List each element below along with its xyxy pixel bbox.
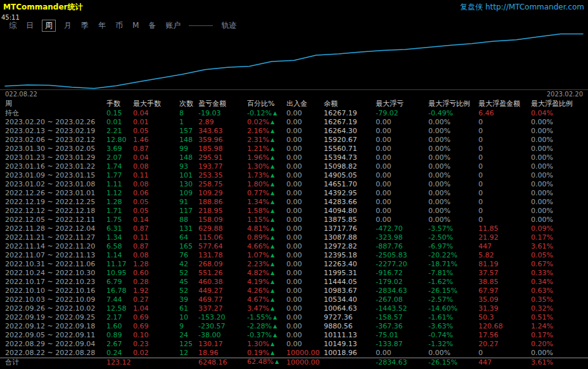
table-row[interactable]: 2023.02.20 ~ 2023.02.260.010.0112.890.02… [0,118,588,127]
cell-pl: -38.00 [198,331,247,340]
menu-tab-备[interactable]: 备 [147,20,157,31]
table-row[interactable]: 2022.09.19 ~ 2022.09.252.170.6910-153.20… [0,313,588,322]
table-row[interactable]: 2022.09.12 ~ 2022.09.181.600.699-230.57-… [0,322,588,331]
menu-tab-日[interactable]: 日 [25,20,35,31]
cell-in-out: 0.00 [286,260,324,269]
menu-tab-M[interactable]: M [131,21,140,30]
cell-lots: 16.78 [106,287,133,295]
table-row[interactable]: 2022.12.05 ~ 2022.12.111.750.1488158.091… [0,216,588,224]
table-row[interactable]: 2022.10.31 ~ 2022.11.0611.171.2842268.09… [0,260,588,269]
cell-max-lots: 0.60 [133,269,179,278]
cell-pct: 1.73%▲ [247,171,286,181]
cell-lots: 0.15 [106,109,133,118]
table-row[interactable]: 2022.10.10 ~ 2022.10.1616.781.9252449.27… [0,287,588,295]
menu-tab-币[interactable]: 币 [114,20,124,31]
col-header-lots[interactable]: 手数 [106,99,133,109]
table-row[interactable]: 持仓0.150.048-19.03-0.12%▲0.0016267.19-79.… [0,109,588,118]
pct-up-mark-icon: ▲ [271,217,274,223]
cell-count: 125 [179,340,198,349]
cell-max-float-profit: 5.82 [478,251,531,260]
cell-max-lots: 0.04 [133,153,179,162]
cell-count: 64 [179,233,198,242]
cell-max-float-profit-ratio: 0.00% [531,216,588,224]
menu-tab-年[interactable]: 年 [97,20,107,31]
cell-count: 52 [179,287,198,295]
col-header-period[interactable]: 周 [5,99,106,109]
cell-period: 2023.02.20 ~ 2023.02.26 [5,118,106,127]
equity-chart-svg [0,31,588,90]
table-row[interactable]: 2023.01.30 ~ 2023.02.053.690.8799185.981… [0,145,588,153]
cell-in-out: 0.00 [286,153,324,162]
table-row[interactable]: 2022.09.26 ~ 2022.10.0212.581.0461337.27… [0,304,588,313]
table-row[interactable]: 2023.01.16 ~ 2023.01.221.740.0893193.771… [0,162,588,171]
cell-max-float-loss: -916.72 [376,269,428,278]
menu-tab-月[interactable]: 月 [63,20,73,31]
cell-pct: 4.26%▲ [247,287,286,296]
cell-period: 2022.11.07 ~ 2022.11.13 [5,251,106,260]
menu-tab-轨迹[interactable]: 轨迹 [220,20,238,31]
table-row[interactable]: 2023.01.09 ~ 2023.01.151.770.11101253.35… [0,171,588,180]
table-row[interactable]: 2022.12.26 ~ 2023.01.011.120.06109109.29… [0,189,588,198]
menu-tab-综[interactable]: 综 [8,20,18,31]
menu-tab-账户[interactable]: 账户 [164,20,182,31]
cell-max-float-loss: -133.87 [376,340,428,349]
table-row[interactable]: 2022.11.21 ~ 2022.11.271.340.1164115.060… [0,233,588,242]
table-row[interactable]: 2022.11.14 ~ 2022.11.206.580.87165577.64… [0,242,588,251]
table-row[interactable]: 2022.12.12 ~ 2022.12.181.710.05117218.95… [0,207,588,216]
cell-pl: -19.03 [198,109,247,118]
table-row-total[interactable]: 合计123.126248.1662.48%▲10000.00-2834.63-2… [0,358,588,366]
cell-count: 93 [179,162,198,171]
cell-max-float-profit-ratio: 0.32% [531,304,588,313]
col-header-pct[interactable]: 百分比% [247,99,286,109]
cell-max-lots: 0.87 [133,242,179,251]
table-row[interactable]: 2022.10.24 ~ 2022.10.3010.950.6052551.26… [0,269,588,278]
col-header-max-float-profit-ratio[interactable]: 最大浮盈比例 [531,99,588,109]
cell-max-float-profit-ratio: 0.33% [531,269,588,278]
menu-tab-季[interactable]: 季 [80,20,90,31]
col-header-max-float-loss-ratio[interactable]: 最大浮亏比例 [428,99,478,109]
site-link[interactable]: 复盘侠 http://MTCommander.com [460,2,584,13]
table-row[interactable]: 2023.02.06 ~ 2023.02.1212.801.46148359.9… [0,136,588,145]
table-row[interactable]: 2022.11.28 ~ 2022.12.046.310.87131629.88… [0,224,588,233]
cell-pct: 2.31%▲ [247,136,286,145]
cell-balance: 10983.67 [324,287,376,295]
pct-up-mark-icon: ▲ [271,164,274,169]
table-row[interactable]: 2022.12.19 ~ 2022.12.251.280.0591188.861… [0,198,588,207]
cell-max-float-profit: 447 [478,242,531,251]
col-header-balance[interactable]: 余额 [324,99,376,109]
col-header-max-lots[interactable]: 最大手数 [133,99,179,109]
cell-max-float-loss: 0.00 [376,127,428,136]
pct-up-mark-icon: ▲ [271,208,274,214]
pct-up-mark-icon: ▲ [271,350,274,356]
table-row[interactable]: 2022.09.05 ~ 2022.09.110.890.1024-38.00-… [0,331,588,340]
col-header-max-float-profit[interactable]: 最大浮盈金额 [478,99,531,109]
cell-max-float-profit: 31.39 [478,304,531,313]
cell-in-out: 10000.00 [286,358,324,367]
table-row[interactable]: 2022.08.29 ~ 2022.09.042.670.23125130.17… [0,340,588,349]
cell-max-float-loss: 0.00 [376,180,428,189]
cell-balance: 16264.30 [324,127,376,136]
cell-period: 2022.12.12 ~ 2022.12.18 [5,207,106,216]
col-header-pl[interactable]: 盈亏金额 [198,99,247,109]
table-row[interactable]: 2022.11.07 ~ 2022.11.131.140.0876131.781… [0,251,588,260]
table-row[interactable]: 2023.01.02 ~ 2023.01.081.110.08130258.75… [0,180,588,189]
cell-period: 2022.11.14 ~ 2022.11.20 [5,242,106,251]
cell-in-out: 0.00 [286,331,324,340]
table-row[interactable]: 2022.10.03 ~ 2022.10.097.440.2739469.774… [0,295,588,304]
cell-pct: 1.30%▲ [247,162,286,172]
cell-max-float-profit: 6.46 [478,109,531,118]
table-row[interactable]: 2023.02.13 ~ 2023.02.192.210.05157343.63… [0,127,588,136]
col-header-count[interactable]: 次数 [179,99,198,109]
table-row[interactable]: 2023.01.23 ~ 2023.01.292.070.04148295.91… [0,153,588,162]
col-header-in-out[interactable]: 出入金 [286,99,324,109]
table-row[interactable]: 2022.10.17 ~ 2022.10.236.790.2845460.384… [0,278,588,287]
cell-max-float-loss-ratio: 0.00% [428,189,478,198]
cell-max-float-loss-ratio: 0.00% [428,145,478,153]
cell-period: 2022.08.29 ~ 2022.09.04 [5,340,106,349]
pct-up-mark-icon: ▲ [271,226,274,231]
table-row[interactable]: 2022.08.22 ~ 2022.08.280.240.021218.960.… [0,349,588,358]
cell-max-float-profit-ratio: 0.00% [531,162,588,171]
menu-tab-周[interactable]: 周 [42,20,56,32]
col-header-max-float-loss[interactable]: 最大浮亏 [376,99,428,109]
cell-balance: 15394.73 [324,153,376,162]
